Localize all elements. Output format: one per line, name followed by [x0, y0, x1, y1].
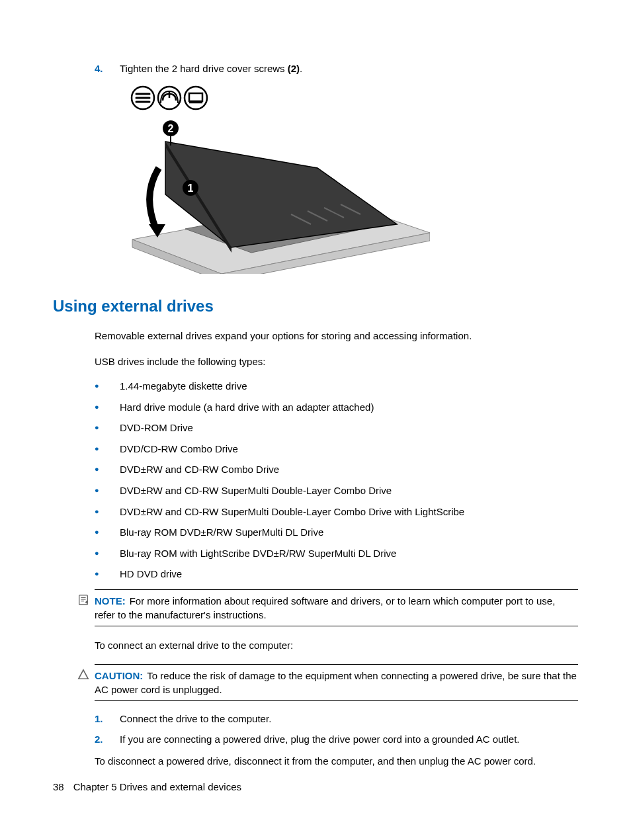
list-item: ●1.44-megabyte diskette drive — [95, 380, 578, 392]
bullet-icon: ● — [95, 485, 120, 497]
list-item: ●DVD±RW and CD-RW SuperMulti Double-Laye… — [95, 506, 578, 518]
step-4-text-before: Tighten the 2 hard drive cover screws — [120, 63, 288, 74]
usb-types-paragraph: USB drives include the following types: — [95, 355, 578, 368]
note-label: NOTE: — [95, 595, 126, 607]
bullet-icon: ● — [95, 506, 120, 518]
bullet-text: Blu-ray ROM with LightScribe DVD±R/RW Su… — [120, 548, 578, 559]
bullet-icon: ● — [95, 548, 120, 560]
list-item: ●Blu-ray ROM with LightScribe DVD±R/RW S… — [95, 548, 578, 560]
note-callout: NOTE:For more information about required… — [95, 589, 578, 626]
step-4-number: 4. — [95, 63, 120, 74]
svg-text:1: 1 — [188, 183, 194, 194]
intro-paragraph: Removable external drives expand your op… — [95, 329, 578, 343]
bullet-icon: ● — [95, 401, 120, 413]
chapter-title: Chapter 5 Drives and external devices — [73, 781, 241, 792]
svg-text:2: 2 — [168, 123, 174, 134]
step-2: 2. If you are connecting a powered drive… — [95, 734, 578, 745]
caution-label: CAUTION: — [95, 670, 143, 681]
caution-content: CAUTION:To reduce the risk of damage to … — [95, 669, 578, 696]
step-2-number: 2. — [95, 734, 120, 745]
list-item: ●DVD±RW and CD-RW SuperMulti Double-Laye… — [95, 485, 578, 497]
bullet-text: DVD/CD-RW Combo Drive — [120, 443, 578, 454]
bullet-icon: ● — [95, 443, 120, 455]
usb-drive-types-list: ●1.44-megabyte diskette drive ●Hard driv… — [95, 380, 578, 580]
bullet-text: DVD±RW and CD-RW Combo Drive — [120, 464, 578, 475]
bullet-icon: ● — [95, 464, 120, 476]
step-1: 1. Connect the drive to the computer. — [95, 713, 578, 724]
step-2-text: If you are connecting a powered drive, p… — [120, 734, 578, 745]
bullet-icon: ● — [95, 422, 120, 434]
page-footer: 38Chapter 5 Drives and external devices — [53, 781, 241, 792]
caution-text: To reduce the risk of damage to the equi… — [95, 670, 577, 695]
step-1-text: Connect the drive to the computer. — [120, 713, 578, 724]
bullet-text: HD DVD drive — [120, 568, 578, 579]
caution-callout: CAUTION:To reduce the risk of damage to … — [95, 664, 578, 701]
page-number: 38 — [53, 781, 64, 792]
section-heading-using-external-drives: Using external drives — [53, 297, 578, 315]
list-item: ●Hard drive module (a hard drive with an… — [95, 401, 578, 413]
list-item: ●DVD±RW and CD-RW Combo Drive — [95, 464, 578, 476]
step-4-text-bold: (2) — [288, 63, 300, 74]
hard-drive-cover-diagram: 2 1 — [119, 82, 578, 276]
step-1-number: 1. — [95, 713, 120, 724]
caution-icon — [77, 669, 89, 681]
note-icon — [77, 594, 89, 606]
list-item: ●Blu-ray ROM DVD±R/RW SuperMulti DL Driv… — [95, 526, 578, 538]
list-item: ●DVD/CD-RW Combo Drive — [95, 443, 578, 455]
list-item: ●HD DVD drive — [95, 568, 578, 580]
disconnect-paragraph: To disconnect a powered drive, disconnec… — [95, 754, 578, 768]
bullet-text: DVD±RW and CD-RW SuperMulti Double-Layer… — [120, 506, 578, 517]
connect-steps-list: 1. Connect the drive to the computer. 2.… — [95, 713, 578, 745]
note-content: NOTE:For more information about required… — [95, 594, 578, 622]
bullet-text: DVD-ROM Drive — [120, 422, 578, 433]
bullet-text: 1.44-megabyte diskette drive — [120, 380, 578, 392]
bullet-text: Blu-ray ROM DVD±R/RW SuperMulti DL Drive — [120, 526, 578, 538]
connect-paragraph: To connect an external drive to the comp… — [95, 638, 578, 652]
bullet-text: Hard drive module (a hard drive with an … — [120, 401, 578, 413]
note-text: For more information about required soft… — [95, 595, 555, 620]
svg-marker-23 — [79, 670, 88, 679]
bullet-icon: ● — [95, 568, 120, 580]
bullet-text: DVD±RW and CD-RW SuperMulti Double-Layer… — [120, 485, 578, 496]
step-4: 4. Tighten the 2 hard drive cover screws… — [95, 63, 578, 74]
step-4-text: Tighten the 2 hard drive cover screws (2… — [120, 63, 578, 74]
step-4-text-after: . — [300, 63, 302, 74]
svg-point-6 — [185, 87, 207, 109]
bullet-icon: ● — [95, 526, 120, 538]
list-item: ●DVD-ROM Drive — [95, 422, 578, 434]
bullet-icon: ● — [95, 380, 120, 392]
